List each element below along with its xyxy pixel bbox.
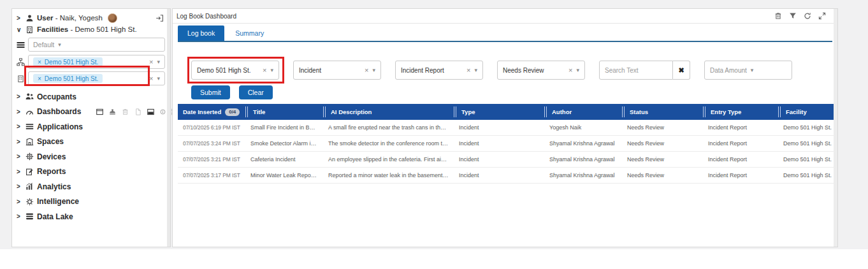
chevron-right-icon[interactable]: >: [17, 15, 22, 22]
sidebar-item-intelligence[interactable]: > Intelligence: [17, 194, 164, 210]
sidebar-item-label: Analytics: [37, 182, 71, 191]
stamp-icon[interactable]: [109, 108, 116, 115]
table-cell: Shyamal Krishna Agrawal: [544, 140, 622, 147]
search-clear-button[interactable]: ✖: [673, 61, 690, 80]
caret-down-icon[interactable]: ▾: [474, 67, 477, 73]
column-header[interactable]: Title: [245, 104, 323, 120]
column-header[interactable]: Entry Type: [703, 104, 778, 120]
sidebar-user-row[interactable]: > User - Naik, Yogesh: [17, 12, 164, 24]
table-cell: Needs Review: [622, 124, 703, 131]
caret-down-icon[interactable]: ▾: [157, 59, 160, 65]
select-clear-icon[interactable]: ×: [149, 75, 153, 82]
sidebar-item-spaces[interactable]: > Spaces: [17, 134, 164, 150]
avatar[interactable]: [108, 13, 117, 23]
facility-select-1[interactable]: ×Demo 501 High St. × ▾: [28, 55, 165, 69]
table-cell: Incident: [454, 172, 544, 178]
filter-icon[interactable]: [789, 12, 797, 20]
table-cell: Demo 501 High St.: [778, 156, 835, 163]
tab-summary[interactable]: Summary: [226, 25, 273, 41]
sidebar-scrollbar[interactable]: [167, 9, 170, 247]
chevron-down-icon[interactable]: ∨: [17, 26, 22, 33]
search-group: ✖: [599, 61, 690, 80]
hierarchy-icon: [17, 58, 25, 66]
table-scrollbar[interactable]: [834, 9, 837, 247]
table-row[interactable]: 07/07/2025 3:24 PM ISTSmoke Detector Ala…: [178, 136, 835, 152]
reports-icon: [25, 168, 34, 176]
sidebar-item-occupants[interactable]: > Occupants: [17, 89, 164, 105]
search-input[interactable]: [599, 61, 673, 80]
column-header[interactable]: Author: [544, 104, 622, 120]
devices-icon: [25, 152, 34, 161]
column-header-label: Date Inserted: [183, 108, 221, 115]
sidebar-item-devices[interactable]: > Devices: [17, 149, 164, 164]
refresh-icon[interactable]: [804, 12, 811, 20]
table-cell: Small Fire Incident in Base...: [245, 124, 323, 131]
select-clear-icon[interactable]: ×: [149, 58, 153, 66]
table-cell: Needs Review: [622, 140, 703, 147]
select-clear-icon[interactable]: ×: [467, 66, 470, 74]
column-header[interactable]: Type: [454, 104, 544, 120]
column-header[interactable]: Facility: [778, 104, 835, 120]
column-header[interactable]: Status: [622, 104, 703, 120]
clear-button[interactable]: Clear: [239, 85, 273, 99]
facility-filter[interactable]: Demo 501 High St. × ▾: [191, 61, 279, 80]
logout-icon[interactable]: [156, 14, 164, 22]
chevron-right-icon: >: [17, 153, 22, 160]
sidebar-item-dashboards[interactable]: > Dashboards: [17, 105, 164, 120]
caret-down-icon[interactable]: ▾: [751, 67, 754, 73]
caret-down-icon[interactable]: ▾: [58, 41, 61, 48]
trash-icon[interactable]: [774, 12, 782, 20]
select-clear-icon[interactable]: ×: [263, 66, 266, 74]
facility-chip: ×Demo 501 High St.: [33, 57, 103, 66]
entry-type-filter[interactable]: Incident Report × ▾: [395, 61, 483, 80]
column-header[interactable]: Date Inserted0/4: [178, 104, 245, 120]
table-cell: Shyamal Krishna Agrawal: [544, 172, 622, 178]
column-header-label: Title: [253, 108, 265, 115]
caret-down-icon[interactable]: ▾: [576, 67, 579, 73]
table-cell: Cafeteria Incident: [245, 156, 323, 163]
facility-select-2[interactable]: ×Demo 501 High St. × ▾: [28, 71, 165, 85]
caret-down-icon[interactable]: ▾: [270, 67, 273, 73]
window-icon[interactable]: [96, 108, 103, 115]
data-amount-filter[interactable]: Data Amount ▾: [704, 61, 792, 80]
select-clear-icon[interactable]: ×: [365, 66, 368, 74]
sidebar-item-data-lake[interactable]: > Data Lake: [17, 209, 164, 224]
view-select-value: Default: [33, 41, 54, 48]
table-row[interactable]: 07/10/2025 6:19 PM ISTSmall Fire Inciden…: [178, 120, 835, 136]
sidebar-item-analytics[interactable]: > Analytics: [17, 179, 164, 194]
table-cell: An employee slipped in the cafeteria. Fi…: [323, 156, 454, 163]
search-clear-icon: ✖: [678, 66, 684, 75]
column-header[interactable]: AI Description: [323, 104, 454, 120]
table-cell: 07/07/2025 3:24 PM IST: [178, 140, 245, 147]
chip-remove-icon[interactable]: ×: [38, 59, 41, 66]
main-header: Log Book Dashboard: [173, 9, 834, 24]
column-header-label: Entry Type: [711, 108, 741, 115]
select-clear-icon[interactable]: ×: [568, 66, 572, 74]
sidebar-item-reports[interactable]: > Reports: [17, 164, 164, 180]
info-icon[interactable]: [160, 109, 166, 115]
spaces-icon: [25, 138, 34, 146]
tab-bar: Log book Summary: [178, 25, 273, 41]
table-row[interactable]: 07/07/2025 3:21 PM ISTCafeteria Incident…: [178, 152, 835, 168]
caret-down-icon[interactable]: ▾: [372, 67, 375, 73]
sidebar-item-label: Data Lake: [37, 212, 73, 221]
facility-filter-value: Demo 501 High St.: [197, 67, 251, 74]
column-header-label: Type: [461, 108, 475, 115]
sidebar-item-applications[interactable]: > Applications: [17, 119, 164, 134]
expand-icon[interactable]: [818, 12, 826, 20]
tab-log-book[interactable]: Log book: [178, 25, 224, 41]
view-select[interactable]: Default ▾: [28, 38, 165, 52]
table-cell: Needs Review: [622, 172, 703, 178]
submit-button[interactable]: Submit: [191, 85, 230, 99]
chip-remove-icon[interactable]: ×: [38, 75, 41, 82]
table-cell: Demo 501 High St.: [778, 140, 835, 147]
status-filter[interactable]: Needs Review × ▾: [497, 61, 585, 80]
table-row[interactable]: 07/07/2025 3:17 PM ISTMinor Water Leak R…: [178, 168, 835, 184]
caret-down-icon[interactable]: ▾: [157, 75, 160, 82]
window-filled-icon[interactable]: [147, 108, 154, 115]
sidebar-facilities-row[interactable]: ∨ Facilities - Demo 501 High St.: [17, 24, 164, 34]
chevron-right-icon: >: [17, 108, 22, 115]
type-filter[interactable]: Incident × ▾: [293, 61, 381, 80]
table-header: Date Inserted0/4TitleAI DescriptionTypeA…: [178, 104, 835, 120]
panel-toolbar: [774, 12, 834, 20]
